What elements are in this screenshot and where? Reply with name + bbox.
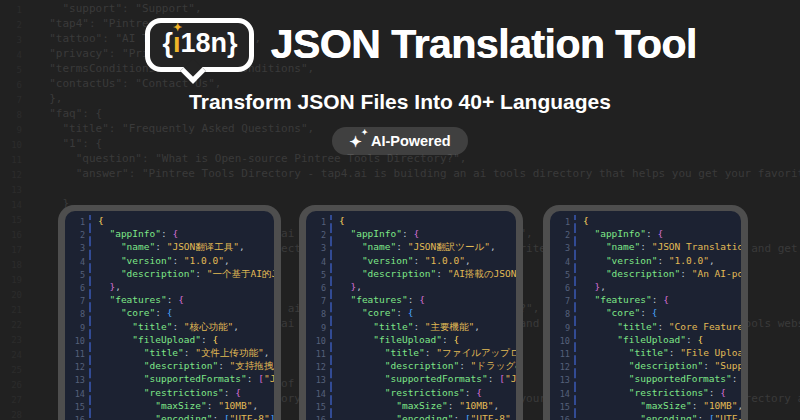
code-line: 3 "name": "JSON翻译工具", [65, 241, 274, 254]
logo-brace-close: } [227, 28, 238, 58]
sparkle-dot-icon: ✦ [173, 21, 182, 33]
code-line: 10 "fileUpload": { [550, 334, 741, 347]
code-line: 4 "version": "1.0.0", [550, 255, 741, 268]
code-line: 16 "encoding": ["UTF-8"], [65, 413, 274, 420]
code-line: 2 "appInfo": { [306, 228, 516, 241]
code-panel-english: 1{2 "appInfo": {3 "name": "JSON Translat… [543, 205, 748, 420]
i18n-logo-badge: {ı✦18n} [145, 18, 254, 72]
code-line: 15 "maxSize": "10MB", [550, 400, 741, 413]
code-line: 11 "title": "ファイルアップロード機能", [306, 347, 516, 360]
logo-letter-i: ı✦ [173, 29, 181, 59]
code-line: 14 "restrictions": { [550, 387, 741, 400]
code-panel-japanese: 1{2 "appInfo": {3 "name": "JSON翻訳ツール",4 … [299, 205, 523, 420]
code-line: 7 "features": { [550, 294, 741, 307]
logo-text-18n: 18n [180, 28, 227, 58]
code-line: 6 }, [306, 281, 516, 294]
code-line: 3 "name": "JSON Translation Tool", [550, 241, 741, 254]
code-line: 9 "title": "Core Features", [550, 321, 741, 334]
page-subtitle: Transform JSON Files Into 40+ Languages [0, 90, 800, 114]
background-code-line: 1 "support": "Support", [0, 2, 800, 17]
ai-powered-badge: ✦✦ AI-Powered [332, 127, 467, 155]
code-line: 4 "version": "1.0.0", [65, 255, 274, 268]
code-line: 1{ [550, 215, 741, 228]
code-line: 5 "description": "AI搭載のJSON国際化ツール", [306, 268, 516, 281]
code-line: 15 "maxSize": "10MB", [65, 400, 274, 413]
page-title: JSON Translation Tool [270, 21, 696, 68]
hero-header: {ı✦18n} JSON Translation Tool [0, 18, 800, 72]
code-line: 16 "encoding": ["UTF-8", "UTF-16"], [306, 413, 516, 420]
code-line: 8 "core": { [306, 307, 516, 320]
code-line: 8 "core": { [65, 307, 274, 320]
code-line: 9 "title": "核心功能", [65, 321, 274, 334]
code-line: 6 }, [65, 281, 274, 294]
ai-powered-label: AI-Powered [371, 133, 451, 149]
code-line: 2 "appInfo": { [550, 228, 741, 241]
code-line: 12 "description": "Support drag and drop… [550, 360, 741, 373]
background-code-line: 13 [0, 182, 800, 197]
code-line: 12 "description": "支持拖拽上传JSON文件", [65, 360, 274, 373]
code-line: 3 "name": "JSON翻訳ツール", [306, 241, 516, 254]
background-code-line: 12 "answer": "Pintree Tools Directory - … [0, 167, 800, 182]
code-panels-row: 1{2 "appInfo": {3 "name": "JSON翻译工具",4 "… [58, 205, 748, 420]
code-line: 9 "title": "主要機能", [306, 321, 516, 334]
code-line: 8 "core": { [550, 307, 741, 320]
code-line: 1{ [306, 215, 516, 228]
code-line: 6 }, [550, 281, 741, 294]
code-line: 14 "restrictions": { [65, 387, 274, 400]
code-line: 12 "description": "ドラッグ&ドロップ対応", [306, 360, 516, 373]
code-line: 15 "maxSize": "10MB", [306, 400, 516, 413]
code-line: 10 "fileUpload": { [65, 334, 274, 347]
code-line: 7 "features": { [65, 294, 274, 307]
code-line: 1{ [65, 215, 274, 228]
sparkle-icon: ✦✦ [349, 134, 362, 149]
code-line: 5 "description": "一个基于AI的JSON国际化工具", [65, 268, 274, 281]
code-line: 10 "fileUpload": { [306, 334, 516, 347]
code-line: 13 "supportedFormats": ["JSON"], [306, 373, 516, 386]
logo-brace-open: { [162, 28, 173, 58]
code-line: 13 "supportedFormats": ["JSON"], [65, 373, 274, 386]
code-line: 7 "features": { [306, 294, 516, 307]
code-line: 5 "description": "An AI-powered JSON i18… [550, 268, 741, 281]
code-line: 11 "title": "文件上传功能", [65, 347, 274, 360]
code-line: 16 "encoding": ["UTF-8"], [550, 413, 741, 420]
code-line: 13 "supportedFormats": ["JSON"], [550, 373, 741, 386]
code-line: 11 "title": "File Upload", [550, 347, 741, 360]
code-line: 2 "appInfo": { [65, 228, 274, 241]
code-line: 4 "version": "1.0.0", [306, 255, 516, 268]
code-line: 14 "restrictions": { [306, 387, 516, 400]
code-panel-chinese: 1{2 "appInfo": {3 "name": "JSON翻译工具",4 "… [58, 205, 281, 420]
